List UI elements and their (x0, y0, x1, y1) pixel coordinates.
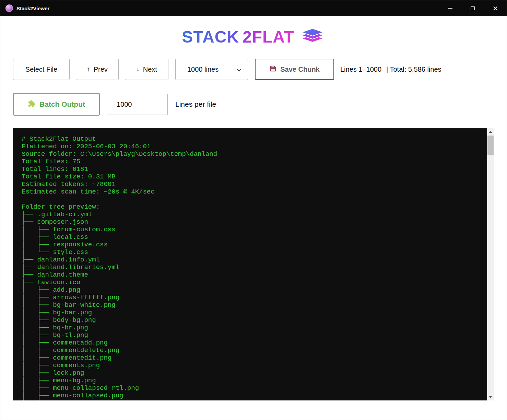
next-label: Next (143, 66, 157, 73)
batch-output-button[interactable]: Batch Output (13, 93, 100, 116)
chunk-size-select[interactable]: 1000 lines (175, 59, 248, 80)
logo-text: STACK2FLAT (182, 29, 294, 45)
maximize-button[interactable] (461, 0, 484, 16)
app-icon (5, 4, 13, 12)
window-title: Stack2Viewer (16, 5, 49, 11)
lines-per-file-input[interactable] (107, 94, 168, 115)
chunk-size-value: 1000 lines (187, 66, 219, 73)
terminal-scrollbar[interactable] (487, 128, 494, 400)
maximize-icon (471, 6, 475, 10)
logo: STACK2FLAT (0, 27, 507, 47)
line-range-info: Lines 1–1000 | Total: 5,586 lines (340, 66, 441, 73)
line-range-label: Lines 1–1000 (340, 66, 381, 73)
minimize-button[interactable] (439, 0, 461, 16)
logo-text-2flat: 2FLAT (243, 28, 294, 46)
arrow-up-icon: ↑ (87, 66, 90, 73)
save-chunk-label: Save Chunk (280, 66, 319, 73)
select-file-button[interactable]: Select File (13, 59, 70, 80)
save-chunk-button[interactable]: Save Chunk (255, 59, 334, 80)
minimize-icon (448, 8, 452, 9)
select-file-label: Select File (25, 66, 57, 73)
batch-output-label: Batch Output (39, 100, 85, 108)
logo-text-stack: STACK (182, 28, 239, 46)
close-icon: × (493, 4, 498, 13)
app-window: Stack2Viewer × STACK2FLAT (0, 0, 507, 420)
scroll-up-icon (489, 131, 492, 133)
scroll-down-icon (489, 396, 492, 398)
floppy-disk-icon (269, 65, 277, 74)
next-button[interactable]: ↓ Next (125, 59, 168, 80)
scrollbar-thumb[interactable] (487, 136, 494, 155)
total-lines-label: | Total: 5,586 lines (386, 66, 441, 73)
titlebar: Stack2Viewer × (0, 0, 507, 16)
close-button[interactable]: × (484, 0, 507, 16)
terminal-output[interactable]: # Stack2Flat Output Flattened on: 2025-0… (13, 128, 487, 400)
chevron-down-icon (237, 66, 241, 73)
scroll-up-button[interactable] (487, 128, 494, 135)
terminal-panel: # Stack2Flat Output Flattened on: 2025-0… (13, 128, 494, 400)
prev-button[interactable]: ↑ Prev (76, 59, 119, 80)
arrow-down-icon: ↓ (136, 66, 140, 73)
batch-row: Batch Output Lines per file (13, 93, 494, 116)
prev-label: Prev (94, 66, 108, 73)
scroll-down-button[interactable] (487, 394, 494, 400)
toolbar: Select File ↑ Prev ↓ Next 1000 lines (13, 59, 494, 80)
puzzle-icon (28, 100, 35, 109)
stacked-layers-icon (300, 27, 325, 47)
lines-per-file-label: Lines per file (175, 100, 216, 108)
